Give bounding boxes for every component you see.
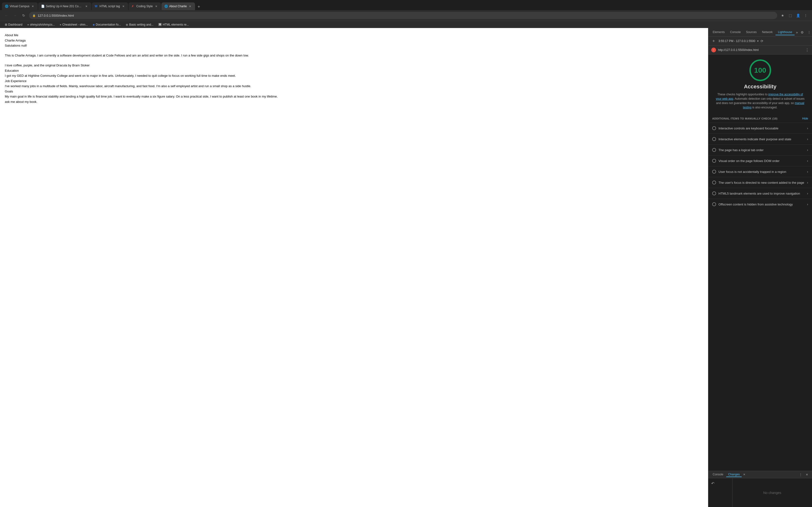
check-label: HTML5 landmark elements are used to impr…: [718, 192, 805, 195]
bookmark-label: HTML elements re...: [163, 23, 189, 26]
bottom-right-panel: No changes: [732, 478, 812, 507]
check-label: Visual order on the page follows DOM ord…: [718, 159, 805, 163]
devtools-tab-lighthouse[interactable]: Lighthouse: [775, 30, 795, 35]
lighthouse-url-more-icon[interactable]: ⋮: [805, 48, 809, 52]
tab-close-btn[interactable]: ✕: [31, 4, 35, 8]
chevron-down-icon: ›: [807, 126, 808, 130]
tab-favicon: ✗: [132, 5, 135, 8]
devtools-settings-icon[interactable]: ⚙: [800, 30, 805, 35]
devtools-tab-more[interactable]: »: [795, 30, 799, 35]
bookmark-label: Documentation fo...: [96, 23, 121, 26]
check-circle-icon: [712, 126, 716, 130]
chevron-down-icon: ›: [807, 137, 808, 141]
tab-close-btn[interactable]: ✕: [188, 4, 192, 8]
tab-label: HTML script tag: [100, 5, 120, 8]
tab-label: Coding Style: [136, 5, 153, 8]
menu-icon[interactable]: ⋮: [802, 12, 809, 19]
bookmark-label: Basic writing and...: [129, 23, 153, 26]
bottom-panel-close-icon[interactable]: ✕: [804, 472, 810, 477]
bottom-tab-console[interactable]: Console: [711, 472, 725, 477]
bookmark-ohmyzsh[interactable]: ● ohmyzsh/ohmyzs...: [26, 22, 57, 27]
check-item-dom-order[interactable]: Visual order on the page follows DOM ord…: [708, 155, 812, 166]
bookmark-documentation[interactable]: ◈ Documentation fo...: [91, 22, 123, 27]
score-circle: 100: [749, 59, 771, 81]
bottom-tab-changes[interactable]: Changes: [726, 472, 742, 477]
check-item-tab-order[interactable]: The page has a logical tab order ›: [708, 145, 812, 155]
changes-tab-close-btn[interactable]: ✕: [743, 473, 745, 476]
book-line: ask me about my book.: [5, 100, 703, 104]
bottom-panel: Console Changes ✕ ⋮ ✕ ↶ No changes: [708, 471, 812, 507]
devtools-refresh-icon[interactable]: ⟳: [761, 39, 763, 43]
tab-favicon: 📄: [41, 5, 45, 8]
check-item-new-content[interactable]: The user's focus is directed to new cont…: [708, 177, 812, 188]
back-btn[interactable]: ←: [3, 12, 10, 19]
undo-btn[interactable]: ↶: [710, 480, 730, 487]
check-item-focus-trap[interactable]: User focus is not accidentally trapped i…: [708, 166, 812, 177]
additional-items-title: ADDITIONAL ITEMS TO MANUALLY CHECK (10): [712, 117, 777, 120]
tab-close-btn[interactable]: ✕: [85, 4, 89, 8]
additional-items-hide-btn[interactable]: Hide: [802, 117, 808, 120]
devtools-tab-console[interactable]: Console: [728, 30, 743, 35]
bookmark-star-icon[interactable]: ★: [779, 12, 786, 19]
new-tab-btn[interactable]: +: [196, 3, 202, 10]
devtools-tab-sources[interactable]: Sources: [744, 30, 759, 35]
undo-icon: ↶: [711, 481, 714, 486]
check-circle-icon: [712, 137, 716, 141]
salutation: Salutations null!: [5, 43, 703, 48]
lock-icon: 🔒: [33, 14, 36, 17]
browser-chrome: 🌐 Virtual Campus ✕ 📄 Setting Up A New 20…: [0, 0, 812, 28]
devtools-tab-elements[interactable]: Elements: [710, 30, 727, 35]
check-circle-icon: [712, 191, 716, 195]
person-name: Charlie Arriaga: [5, 38, 703, 43]
coffee-line: I love coffee, purple, and the original …: [5, 63, 703, 68]
devtools-body: 100 Accessibility These checks highlight…: [708, 55, 812, 471]
additional-items-section: ADDITIONAL ITEMS TO MANUALLY CHECK (10) …: [708, 114, 812, 210]
url-bar[interactable]: 🔒 127.0.0.1:5500/index.html: [29, 12, 777, 19]
lighthouse-url-text: http://127.0.0.1:5500/index.html: [718, 48, 803, 52]
bookmark-favicon: M: [158, 23, 162, 26]
bookmarks-bar: ⊞ Dashboard ● ohmyzsh/ohmyzs... ● Cheats…: [0, 21, 812, 28]
tab-html-script[interactable]: W HTML script tag ✕: [92, 2, 128, 10]
bottom-tabs: Console Changes ✕ ⋮ ✕: [708, 471, 812, 478]
chevron-down-icon: ›: [807, 181, 808, 184]
tab-favicon: 🌐: [5, 5, 8, 8]
check-item-landmark[interactable]: HTML5 landmark elements are used to impr…: [708, 188, 812, 199]
forward-btn[interactable]: →: [12, 12, 18, 19]
tab-favicon: W: [95, 5, 98, 8]
bookmark-dashboard[interactable]: ⊞ Dashboard: [3, 22, 24, 27]
job-text: I've worked many jobs in a multitude of …: [5, 84, 703, 89]
check-circle-icon: [712, 148, 716, 152]
check-item-purpose[interactable]: Interactive elements indicate their purp…: [708, 133, 812, 145]
bookmark-html-elements[interactable]: M HTML elements re...: [156, 22, 191, 27]
tab-coding-style[interactable]: ✗ Coding Style ✕: [129, 2, 161, 10]
job-label: Job Experience: [5, 79, 703, 83]
tab-201-code[interactable]: 📄 Setting Up A New 201 Code... ✕: [38, 2, 91, 10]
devtools-add-btn[interactable]: +: [711, 38, 717, 44]
score-desc-text1: These checks highlight opportunities to: [717, 93, 768, 96]
profile-icon[interactable]: 👤: [795, 12, 801, 19]
tab-label: Setting Up A New 201 Code...: [46, 5, 83, 8]
devtools-timestamp: 3:55:17 PM - 127.0.0.1:5500: [718, 39, 755, 43]
tab-label: Virtual Campus: [10, 5, 30, 8]
check-item-keyboard[interactable]: Interactive controls are keyboard focusa…: [708, 123, 812, 133]
devtools-tab-network[interactable]: Network: [760, 30, 775, 35]
refresh-btn[interactable]: ↻: [20, 12, 27, 19]
tab-close-btn[interactable]: ✕: [154, 4, 158, 8]
tab-about-charlie[interactable]: 🌐 About Charlie ✕: [161, 2, 195, 10]
tab-close-btn[interactable]: ✕: [121, 4, 125, 8]
extensions-icon[interactable]: ⬚: [787, 12, 794, 19]
bottom-panel-kebab-icon[interactable]: ⋮: [798, 472, 803, 477]
tab-virtual-campus[interactable]: 🌐 Virtual Campus ✕: [2, 2, 38, 10]
check-item-offscreen[interactable]: Offscreen content is hidden from assisti…: [708, 199, 812, 210]
bookmark-cheatsheet[interactable]: ● Cheatsheet - ohm...: [58, 22, 90, 27]
devtools-url-dropdown[interactable]: ▾: [757, 39, 759, 43]
check-label: Interactive controls are keyboard focusa…: [718, 126, 805, 130]
education-label: Education: [5, 68, 703, 73]
bookmark-basic-writing[interactable]: ◉ Basic writing and...: [124, 22, 155, 27]
check-label: User focus is not accidentally trapped i…: [718, 170, 805, 174]
about-me-label: About Me: [5, 33, 703, 38]
devtools-kebab-icon[interactable]: ⋮: [806, 30, 812, 35]
score-title: Accessibility: [744, 83, 776, 90]
bottom-panel-actions: ⋮ ✕: [798, 472, 810, 477]
devtools-tab-actions: ⚙ ⋮ ✕: [800, 30, 812, 35]
